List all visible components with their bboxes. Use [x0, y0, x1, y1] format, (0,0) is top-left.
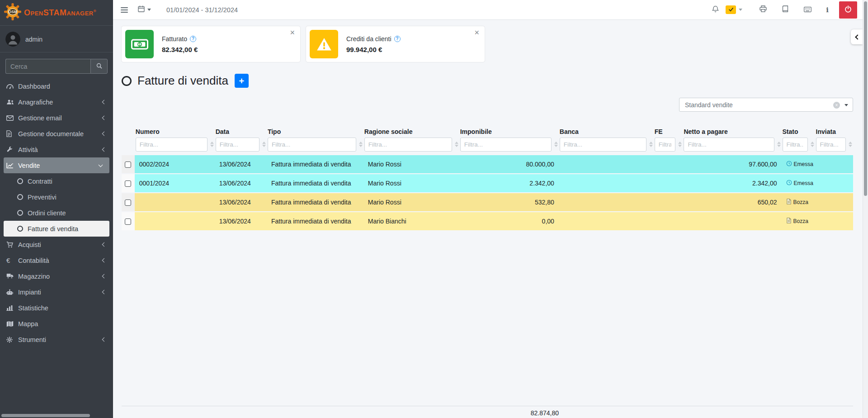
control-sidebar-toggle[interactable]: [851, 29, 863, 44]
filter-banca-input[interactable]: [560, 138, 646, 152]
shortcuts-button[interactable]: [798, 6, 817, 14]
user-panel[interactable]: admin: [0, 26, 113, 52]
filter-ragione-sociale-input[interactable]: [364, 138, 452, 152]
widget-title: Fatturato: [162, 35, 187, 43]
sidebar-item-dashboard[interactable]: Dashboard: [0, 78, 113, 94]
logout-button[interactable]: [839, 1, 857, 19]
filter-netto-input[interactable]: [684, 138, 774, 152]
registered-mark: ®: [94, 9, 96, 13]
sidebar-item-mappa[interactable]: Mappa: [0, 316, 113, 332]
search-button[interactable]: [90, 59, 108, 74]
row-checkbox[interactable]: [125, 162, 131, 168]
cell-fe: [654, 174, 683, 192]
sidebar-horizontal-scrollbar[interactable]: [1, 414, 90, 417]
sort-icon[interactable]: [455, 142, 458, 147]
close-icon[interactable]: ×: [290, 28, 295, 38]
filter-numero-input[interactable]: [136, 138, 208, 152]
cell-fe: [654, 155, 683, 173]
print-button[interactable]: [754, 5, 773, 14]
brand[interactable]: OSM OpenSTAManager®: [0, 0, 113, 26]
notifications-button[interactable]: [706, 5, 725, 14]
filter-inviata-input[interactable]: [816, 138, 846, 152]
cell-banca: [559, 193, 654, 211]
period-picker[interactable]: [138, 5, 151, 14]
info-button[interactable]: i: [820, 6, 835, 14]
filter-imponibile-input[interactable]: [460, 138, 552, 152]
cell-ragione-sociale: Mario Rossi: [363, 174, 459, 192]
search-icon: [96, 62, 102, 71]
svg-text:OSM: OSM: [8, 10, 17, 14]
filter-fe-input[interactable]: [655, 138, 676, 152]
sort-icon[interactable]: [678, 142, 682, 147]
sidebar-item-fatture-di-vendita[interactable]: Fatture di vendita: [4, 221, 109, 237]
table-row[interactable]: 0002/2024 13/06/2024 Fattura immediata d…: [122, 155, 853, 173]
chevron-left-icon: [102, 242, 107, 247]
sidebar-item-vendite[interactable]: Vendite: [4, 157, 109, 173]
sidebar-item-contabilita[interactable]: € Contabilità: [0, 252, 113, 268]
status-badge: Bozza: [793, 199, 808, 205]
date-range[interactable]: 01/01/2024 - 31/12/2024: [166, 6, 238, 14]
vertical-scrollbar[interactable]: [863, 0, 868, 418]
sidebar-item-anagrafiche[interactable]: Anagrafiche: [0, 94, 113, 110]
check-icon: [728, 6, 734, 14]
sidebar-item-statistiche[interactable]: Statistiche: [0, 300, 113, 316]
row-checkbox[interactable]: [125, 218, 131, 225]
sort-icon[interactable]: [811, 142, 814, 147]
sidebar-item-ordini-cliente[interactable]: Ordini cliente: [0, 205, 113, 221]
plugin-filter-select[interactable]: Standard vendite ×: [679, 98, 853, 112]
truck-icon: [6, 273, 18, 279]
sidebar-item-attivita[interactable]: Attività: [0, 142, 113, 157]
power-icon: [844, 5, 852, 14]
sidebar-item-gestione-email[interactable]: Gestione email: [0, 110, 113, 126]
row-checkbox[interactable]: [125, 200, 131, 206]
scrollbar-thumb[interactable]: [864, 1, 867, 196]
content-area: 1 Fatturato ? 82.342,00 € × Crediti da c…: [113, 20, 868, 418]
select-all-header: [122, 128, 135, 154]
column-inviata: Inviata: [815, 128, 853, 154]
brand-name: OpenSTAManager®: [24, 8, 96, 18]
sidebar-item-acquisti[interactable]: Acquisti: [0, 237, 113, 252]
sort-icon[interactable]: [649, 142, 653, 147]
users-icon: [6, 99, 18, 105]
search-input[interactable]: [5, 59, 90, 74]
sort-icon[interactable]: [210, 142, 214, 147]
sidebar-item-magazzino[interactable]: Magazzino: [0, 268, 113, 284]
sidebar-item-impianti[interactable]: Impianti: [0, 284, 113, 300]
sort-icon[interactable]: [359, 142, 363, 147]
sort-icon[interactable]: [849, 142, 852, 147]
help-icon[interactable]: ?: [190, 36, 196, 42]
cell-banca: [559, 212, 654, 230]
filter-stato-input[interactable]: [783, 138, 808, 152]
sidebar-item-label: Attività: [18, 146, 38, 153]
cell-stato: Bozza: [782, 212, 815, 230]
filter-tipo-input[interactable]: [268, 138, 356, 152]
tasks-dropdown[interactable]: [725, 5, 748, 14]
filter-data-input[interactable]: [216, 138, 259, 152]
help-icon[interactable]: ?: [394, 36, 401, 42]
sidebar-item-strumenti[interactable]: Strumenti: [0, 332, 113, 347]
chevron-down-icon: [99, 163, 103, 167]
table-row[interactable]: 13/06/2024 Fattura immediata di vendita …: [122, 212, 853, 230]
sidebar-item-label: Contratti: [28, 178, 52, 185]
widget-crediti: Crediti da clienti ? 99.942,00 € ×: [306, 26, 485, 62]
sidebar-item-preventivi[interactable]: Preventivi: [0, 189, 113, 205]
sort-icon[interactable]: [777, 142, 781, 147]
close-icon[interactable]: ×: [474, 28, 479, 38]
column-numero: Numero: [135, 128, 215, 154]
sort-icon[interactable]: [554, 142, 558, 147]
docs-button[interactable]: [776, 5, 794, 14]
sort-icon[interactable]: [262, 142, 266, 147]
cell-fe: [654, 212, 683, 230]
chevron-left-icon: [102, 100, 107, 104]
table-row[interactable]: 0001/2024 13/06/2024 Fattura immediata d…: [122, 174, 853, 192]
sidebar-item-contratti[interactable]: Contratti: [0, 173, 113, 189]
sidebar-nav: Dashboard Anagrafiche Gestione email Ges…: [0, 78, 113, 347]
clear-icon[interactable]: ×: [833, 102, 840, 109]
topbar: 01/01/2024 - 31/12/2024: [113, 0, 868, 20]
menu-icon[interactable]: [121, 7, 128, 13]
table-row[interactable]: 13/06/2024 Fattura immediata di vendita …: [122, 193, 853, 211]
row-checkbox[interactable]: [125, 180, 131, 187]
sidebar-item-gestione-documentale[interactable]: Gestione documentale: [0, 126, 113, 142]
add-invoice-button[interactable]: +: [235, 74, 249, 88]
sidebar-item-label: Dashboard: [18, 83, 50, 90]
